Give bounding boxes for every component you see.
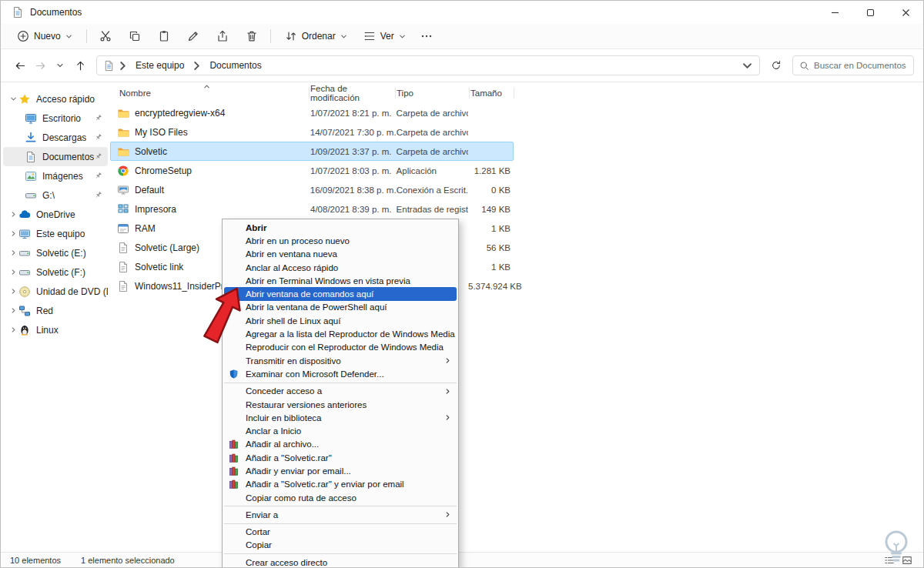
- minimize-button[interactable]: [817, 1, 852, 24]
- chevron-right-icon[interactable]: [8, 230, 18, 237]
- menu-item-label: Transmitir en dispositivo: [246, 356, 341, 366]
- registry-icon: [117, 203, 129, 216]
- menu-item-enviar-a[interactable]: Enviar a: [223, 508, 458, 521]
- status-bar: 10 elementos 1 elemento seleccionado: [1, 552, 923, 567]
- sidebar-item-linux[interactable]: Linux: [3, 320, 108, 339]
- breadcrumb-item-este-equipo[interactable]: Este equipo: [131, 58, 189, 72]
- menu-item-reproducir-con-el-reproductor-de-windows-media[interactable]: Reproducir con el Reproductor de Windows…: [223, 341, 458, 354]
- menu-item-anclar-al-acceso-rápido[interactable]: Anclar al Acceso rápido: [223, 261, 458, 274]
- menu-item-copiar[interactable]: Copiar: [223, 539, 458, 552]
- window-tab[interactable]: Documentos: [1, 1, 92, 24]
- close-button[interactable]: [888, 1, 923, 24]
- column-header-date[interactable]: Fecha de modificación: [309, 83, 395, 103]
- file-row-chromesetup[interactable]: ChromeSetup1/07/2021 8:03 p. m.Aplicació…: [110, 161, 514, 180]
- chevron-right-icon[interactable]: [8, 288, 18, 295]
- chevron-right-icon[interactable]: [8, 269, 18, 276]
- chevron-right-icon[interactable]: [8, 307, 18, 314]
- file-row-impresora[interactable]: Impresora4/08/2021 8:39 p. m.Entradas de…: [110, 199, 514, 219]
- sidebar-item-imágenes[interactable]: Imágenes: [3, 166, 108, 185]
- sidebar-item-solvetic-e[interactable]: Solvetic (E:): [3, 243, 108, 262]
- file-icon: [117, 261, 129, 273]
- sidebar-item-red[interactable]: Red: [3, 301, 108, 320]
- copy-button[interactable]: [123, 26, 146, 46]
- menu-item-incluir-en-biblioteca[interactable]: Incluir en biblioteca: [223, 411, 458, 424]
- menu-item-abrir-shell-de-linux-aquí[interactable]: Abrir shell de Linux aquí: [223, 314, 458, 327]
- sidebar-item-escritorio[interactable]: Escritorio: [3, 109, 108, 128]
- menu-item-label: Reproducir con el Reproductor de Windows…: [246, 342, 444, 352]
- winrar-icon: [229, 479, 239, 489]
- chevron-right-icon[interactable]: [8, 211, 18, 218]
- chevron-right-icon[interactable]: [8, 326, 18, 333]
- maximize-button[interactable]: [852, 1, 888, 24]
- menu-item-copiar-como-ruta-de-acceso[interactable]: Copiar como ruta de acceso: [223, 491, 458, 504]
- menu-item-examinar-con-microsoft-defender[interactable]: Examinar con Microsoft Defender...: [223, 367, 458, 380]
- toolbar-divider: [270, 29, 271, 43]
- breadcrumb[interactable]: Este equipo Documentos: [96, 55, 760, 75]
- menu-item-cortar[interactable]: Cortar: [223, 526, 458, 539]
- up-button[interactable]: [70, 55, 90, 75]
- address-dropdown-icon[interactable]: [742, 60, 753, 72]
- location-icon: [103, 60, 115, 72]
- menu-item-agregar-a-la-lista-del-reproductor-de-windows-media[interactable]: Agregar a la lista del Reproductor de Wi…: [223, 327, 458, 340]
- back-button[interactable]: [10, 55, 30, 75]
- file-row-my-iso-files[interactable]: My ISO Files14/07/2021 7:30 p. m.Carpeta…: [110, 122, 514, 142]
- recent-locations-button[interactable]: [50, 55, 70, 75]
- linux-icon: [18, 324, 31, 336]
- sidebar-item-label: Linux: [36, 325, 59, 336]
- menu-item-abrir-en-terminal-windows-en-vista-previa[interactable]: Abrir en Terminal Windows en vista previ…: [223, 274, 458, 287]
- file-row-solvetic[interactable]: Solvetic1/09/2021 3:37 p. m.Carpeta de a…: [110, 142, 514, 161]
- winrar-icon: [229, 453, 239, 463]
- chevron-right-icon[interactable]: [8, 249, 18, 256]
- sidebar-item-unidad-de-dvd-d[interactable]: Unidad de DVD (D:): [3, 282, 108, 301]
- file-icon: [117, 280, 129, 292]
- menu-item-anclar-a-inicio[interactable]: Anclar a Inicio: [223, 424, 458, 437]
- sidebar-item-este-equipo[interactable]: Este equipo: [3, 224, 108, 243]
- column-header-size[interactable]: Tamaño: [469, 83, 514, 103]
- more-options-button[interactable]: [415, 26, 438, 46]
- search-input[interactable]: [814, 61, 907, 70]
- menu-item-abrir-en-ventana-nueva[interactable]: Abrir en ventana nueva: [223, 248, 458, 261]
- breadcrumb-item-documentos[interactable]: Documentos: [205, 58, 266, 72]
- sidebar-item-documentos[interactable]: Documentos: [3, 147, 108, 166]
- view-button[interactable]: Ver: [357, 27, 413, 45]
- file-row-encryptedregview-x64[interactable]: encryptedregview-x641/07/2021 8:21 p. m.…: [110, 103, 514, 122]
- refresh-button[interactable]: [766, 55, 786, 75]
- paste-button[interactable]: [152, 26, 176, 46]
- menu-item-abrir[interactable]: Abrir: [223, 221, 458, 234]
- forward-button[interactable]: [30, 55, 50, 75]
- menu-item-añadir-a-solvetic-rar-y-enviar-por-email[interactable]: Añadir a "Solvetic.rar" y enviar por ema…: [223, 478, 458, 491]
- menu-item-añadir-a-solvetic-rar[interactable]: Añadir a "Solvetic.rar": [223, 451, 458, 464]
- menu-item-abrir-la-ventana-de-powershell-aquí[interactable]: Abrir la ventana de PowerShell aquí: [223, 301, 458, 314]
- sidebar-item-solvetic-f[interactable]: Solvetic (F:): [3, 262, 108, 282]
- back-arrow-icon: [15, 60, 26, 72]
- column-header-type[interactable]: Tipo: [395, 83, 469, 103]
- menu-item-conceder-acceso-a[interactable]: Conceder acceso a: [223, 385, 458, 398]
- computer-icon: [18, 228, 31, 240]
- sidebar-item-g[interactable]: G:\: [3, 185, 108, 205]
- menu-item-añadir-y-enviar-por-email[interactable]: Añadir y enviar por email...: [223, 464, 458, 477]
- menu-item-transmitir-en-dispositivo[interactable]: Transmitir en dispositivo: [223, 354, 458, 367]
- file-row-default[interactable]: Default16/09/2021 8:38 p. m.Conexión a E…: [110, 180, 514, 199]
- view-thumbnails-icon[interactable]: [900, 554, 914, 566]
- menu-item-restaurar-versiones-anteriores[interactable]: Restaurar versiones anteriores: [223, 398, 458, 411]
- delete-button[interactable]: [240, 26, 263, 46]
- up-arrow-icon: [75, 60, 86, 72]
- copy-icon: [129, 30, 141, 42]
- cut-button[interactable]: [94, 26, 117, 46]
- menu-item-añadir-al-archivo[interactable]: Añadir al archivo...: [223, 438, 458, 451]
- sidebar-item-descargas[interactable]: Descargas: [3, 128, 108, 147]
- sort-button[interactable]: Ordenar: [278, 27, 354, 45]
- menu-item-abrir-en-un-proceso-nuevo[interactable]: Abrir en un proceso nuevo: [223, 234, 458, 247]
- view-details-icon[interactable]: [882, 554, 896, 566]
- share-button[interactable]: [211, 26, 234, 46]
- menu-item-abrir-ventana-de-comandos-aquí[interactable]: Abrir ventana de comandos aquí: [224, 287, 457, 300]
- rename-button[interactable]: [182, 26, 205, 46]
- menu-item-crear-acceso-directo[interactable]: Crear acceso directo: [223, 556, 458, 568]
- sidebar-item-onedrive[interactable]: OneDrive: [3, 205, 108, 224]
- new-button[interactable]: Nuevo: [10, 27, 79, 45]
- sidebar-item-label: Solvetic (E:): [36, 248, 86, 259]
- sidebar-item-acceso-rápido[interactable]: Acceso rápido: [3, 89, 108, 109]
- column-header-date-label: Fecha de modificación: [310, 84, 395, 102]
- chevron-down-icon[interactable]: [8, 95, 18, 102]
- dvd-icon: [18, 286, 31, 298]
